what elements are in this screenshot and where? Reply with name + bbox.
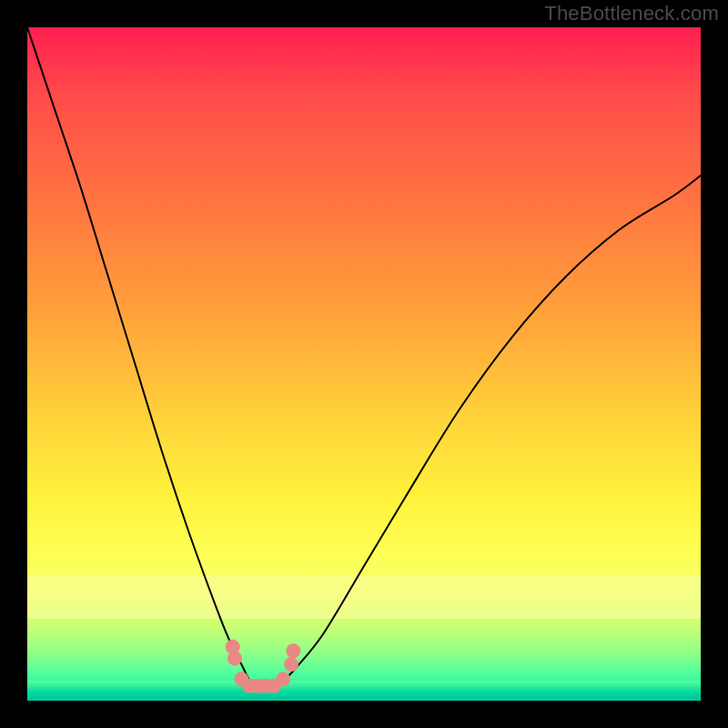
bottleneck-curve (27, 27, 701, 688)
curve-marker (284, 657, 298, 672)
watermark-text: TheBottleneck.com (544, 2, 719, 25)
curve-svg (27, 27, 701, 701)
curve-marker (228, 651, 242, 665)
plot-area (27, 27, 701, 701)
curve-marker (276, 672, 290, 686)
chart-frame: TheBottleneck.com (0, 0, 728, 728)
curve-marker (286, 643, 300, 658)
curve-markers (226, 640, 301, 693)
